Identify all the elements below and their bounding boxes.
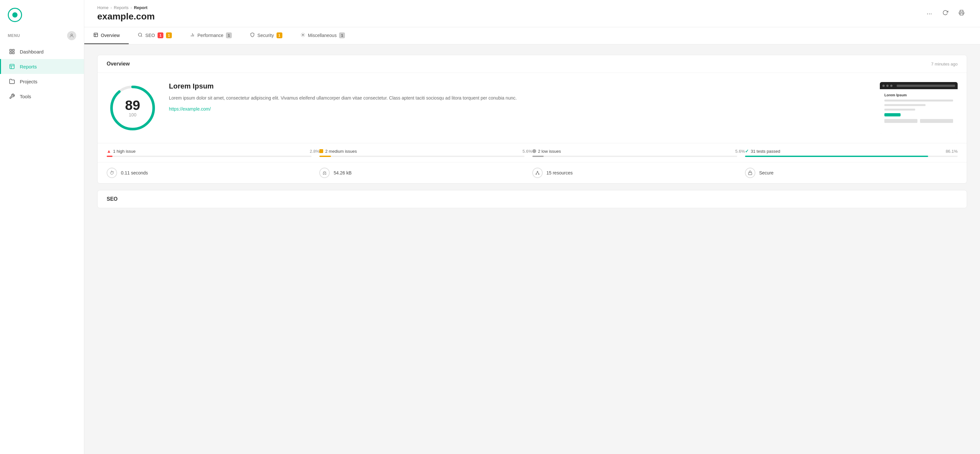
svg-rect-8	[960, 13, 963, 15]
overview-section-header: Overview 7 minutes ago	[97, 55, 967, 73]
site-name: Lorem Ipsum	[169, 82, 869, 91]
svg-line-21	[538, 172, 539, 174]
gauge-text: 89 100	[125, 99, 140, 117]
tab-security-badge: 1	[277, 32, 282, 38]
score-container: 89 100 Lorem Ipsum Lorem ipsum dolor sit…	[107, 82, 958, 134]
logo-area	[0, 0, 84, 29]
stat-speed-label: 0.11 seconds	[121, 170, 148, 175]
tools-icon	[9, 93, 15, 100]
issue-low-progress	[532, 156, 737, 157]
seo-tab-icon	[138, 32, 143, 38]
issue-low-top: 2 low issues 5.6%	[532, 149, 745, 154]
reports-icon	[9, 63, 15, 70]
thumb-line-2	[885, 104, 926, 106]
svg-line-20	[536, 172, 537, 174]
site-description: Lorem ipsum dolor sit amet, consectetur …	[169, 94, 869, 102]
overview-timestamp: 7 minutes ago	[931, 62, 958, 67]
low-issue-icon	[532, 149, 536, 153]
svg-point-17	[537, 171, 538, 172]
score-gauge: 89 100	[107, 82, 159, 134]
svg-point-12	[138, 33, 142, 36]
sidebar-item-projects[interactable]: Projects	[0, 74, 84, 89]
page-header: Home › Reports › Report example.com ···	[84, 0, 980, 27]
sidebar-nav: Dashboard Reports Projects Tools	[0, 43, 84, 105]
issues-row: ▲ 1 high issue 2.8% 2 medium issues	[97, 143, 967, 162]
issue-medium-progress	[319, 156, 524, 157]
secure-icon	[745, 168, 755, 178]
sidebar-item-projects-label: Projects	[20, 79, 37, 84]
breadcrumb-reports[interactable]: Reports	[114, 5, 129, 10]
stat-size: ⚖ 54.26 kB	[319, 168, 532, 178]
gauge-score: 89	[125, 99, 140, 112]
tabs-bar: Overview SEO 1 1 Performance 1 Security …	[84, 27, 980, 45]
site-info: Lorem Ipsum Lorem ipsum dolor sit amet, …	[169, 82, 869, 112]
sidebar-item-dashboard[interactable]: Dashboard	[0, 44, 84, 59]
svg-point-0	[71, 34, 72, 36]
tab-seo-badge-yellow: 1	[166, 32, 172, 38]
thumb-dot-3	[890, 84, 892, 87]
stat-resources: 15 resources	[532, 168, 745, 178]
stats-row: ⏱ 0.11 seconds ⚖ 54.26 kB 15 resources	[97, 162, 967, 183]
sidebar: MENU Dashboard Reports Projects	[0, 0, 84, 454]
stat-speed: ⏱ 0.11 seconds	[107, 168, 319, 178]
profile-icon[interactable]	[67, 31, 76, 40]
header-left: Home › Reports › Report example.com	[97, 5, 154, 22]
issue-high-progress	[107, 156, 312, 157]
menu-label: MENU	[8, 33, 20, 38]
site-preview: Lorem Ipsum	[880, 82, 958, 134]
high-issue-icon: ▲	[107, 148, 111, 154]
print-button[interactable]	[956, 8, 967, 19]
issue-low-label: 2 low issues	[532, 149, 561, 154]
issue-high: ▲ 1 high issue 2.8%	[107, 148, 319, 157]
tab-seo-label: SEO	[145, 33, 155, 38]
gauge-total: 100	[125, 112, 140, 117]
sidebar-item-tools[interactable]: Tools	[0, 89, 84, 104]
issue-medium-label: 2 medium issues	[319, 149, 357, 154]
breadcrumb-sep-2: ›	[130, 5, 132, 10]
sidebar-item-dashboard-label: Dashboard	[20, 49, 43, 54]
thumb-cta-btn	[885, 113, 900, 116]
tab-security[interactable]: Security 1	[241, 27, 291, 44]
tab-seo-badge-red: 1	[158, 32, 163, 38]
tab-misc-badge: 1	[339, 32, 345, 38]
misc-tab-icon	[301, 32, 305, 38]
svg-line-13	[142, 36, 142, 37]
refresh-button[interactable]	[940, 8, 951, 19]
breadcrumb-current: Report	[134, 5, 148, 10]
header-actions: ···	[924, 8, 967, 19]
content-area: Overview 7 minutes ago 89	[84, 45, 980, 454]
thumb-body: Lorem Ipsum	[880, 89, 958, 134]
security-tab-icon	[250, 32, 255, 38]
breadcrumb-sep-1: ›	[111, 5, 112, 10]
sidebar-item-tools-label: Tools	[20, 94, 31, 99]
svg-rect-9	[94, 33, 97, 37]
sidebar-item-reports[interactable]: Reports	[0, 59, 84, 74]
logo-icon	[8, 8, 22, 22]
thumb-block-2	[920, 119, 953, 123]
site-url[interactable]: https://example.com/	[169, 107, 211, 112]
size-icon: ⚖	[319, 168, 330, 178]
tab-performance[interactable]: Performance 1	[181, 27, 241, 44]
seo-section-header: SEO	[97, 190, 967, 208]
issue-low: 2 low issues 5.6%	[532, 149, 745, 157]
issue-passed-label: ✓ 31 tests passed	[745, 148, 780, 154]
sidebar-menu-header: MENU	[0, 29, 84, 43]
tab-overview[interactable]: Overview	[84, 27, 129, 44]
speed-icon: ⏱	[107, 168, 117, 178]
thumb-site-name: Lorem Ipsum	[885, 93, 953, 97]
seo-title: SEO	[107, 196, 118, 202]
more-options-button[interactable]: ···	[924, 8, 935, 19]
passed-check-icon: ✓	[745, 148, 749, 154]
tab-miscellaneous[interactable]: Miscellaneous 1	[291, 27, 354, 44]
overview-section: Overview 7 minutes ago 89	[97, 55, 967, 183]
thumb-dot-2	[886, 84, 889, 87]
svg-rect-1	[10, 49, 11, 51]
tab-seo[interactable]: SEO 1 1	[129, 27, 181, 44]
issue-high-top: ▲ 1 high issue 2.8%	[107, 148, 319, 154]
performance-tab-icon	[190, 32, 195, 38]
issue-low-fill	[532, 156, 544, 157]
breadcrumb-home[interactable]: Home	[97, 5, 108, 10]
issue-high-fill	[107, 156, 113, 157]
thumb-dot-1	[883, 84, 885, 87]
stat-resources-label: 15 resources	[547, 170, 573, 175]
